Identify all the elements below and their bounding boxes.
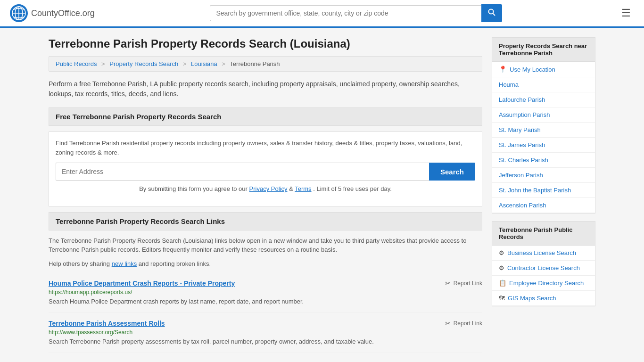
site-logo-icon bbox=[9, 4, 28, 23]
gear-icon-1: ⚙ bbox=[499, 249, 504, 256]
book-icon: 📋 bbox=[499, 280, 506, 287]
list-item: St. John the Baptist Parish bbox=[492, 183, 595, 198]
sidebar-nearby-list: 📍 Use My Location Houma Lafourche Parish… bbox=[492, 62, 595, 213]
list-item: Houma bbox=[492, 77, 595, 92]
sidebar-link-stcharles[interactable]: St. Charles Parish bbox=[492, 153, 595, 167]
form-disclaimer: By submitting this form you agree to our… bbox=[56, 184, 475, 194]
sidebar-link-ascension[interactable]: Ascension Parish bbox=[492, 198, 595, 213]
sidebar: Property Records Search near Terrebonne … bbox=[492, 37, 595, 362]
list-item: ⚙ Business License Search bbox=[492, 246, 595, 261]
sidebar-contractor-license-link[interactable]: ⚙ Contractor License Search bbox=[492, 261, 595, 275]
search-form-section: Find Terrebonne Parish residential prope… bbox=[49, 132, 482, 206]
search-icon bbox=[488, 8, 495, 16]
list-item: 📋 Employee Directory Search bbox=[492, 276, 595, 291]
address-input[interactable] bbox=[56, 163, 429, 181]
sidebar-link-stmary[interactable]: St. Mary Parish bbox=[492, 123, 595, 137]
list-item: ⚙ Contractor License Search bbox=[492, 261, 595, 276]
sidebar-gis-maps-link[interactable]: 🗺 GIS Maps Search bbox=[492, 291, 595, 305]
site-header: CountyOffice.org ☰ bbox=[0, 0, 644, 28]
page-description: Perform a free Terrebonne Parish, LA pub… bbox=[49, 79, 482, 99]
new-links-link[interactable]: new links bbox=[112, 260, 137, 267]
svg-line-6 bbox=[493, 14, 495, 16]
breadcrumb-property-records[interactable]: Property Records Search bbox=[109, 60, 178, 67]
search-form-description: Find Terrebonne Parish residential prope… bbox=[56, 139, 475, 157]
sidebar-link-houma[interactable]: Houma bbox=[492, 77, 595, 92]
list-item: Jefferson Parish bbox=[492, 168, 595, 183]
sidebar-link-lafourche[interactable]: Lafourche Parish bbox=[492, 92, 595, 107]
link-url-2: http://www.tpassessor.org/Search bbox=[49, 329, 482, 336]
address-search-button[interactable]: Search bbox=[429, 163, 475, 181]
sidebar-link-stjames[interactable]: St. James Parish bbox=[492, 138, 595, 152]
main-container: Terrebonne Parish Property Records Searc… bbox=[39, 28, 605, 362]
list-item: St. James Parish bbox=[492, 138, 595, 153]
address-search-row: Search bbox=[56, 163, 475, 181]
map-icon: 🗺 bbox=[499, 295, 505, 302]
use-my-location-link[interactable]: 📍 Use My Location bbox=[492, 62, 595, 77]
svg-point-5 bbox=[489, 9, 494, 14]
header-search-input[interactable] bbox=[210, 5, 481, 21]
list-item: St. Mary Parish bbox=[492, 123, 595, 138]
links-description-2: Help others by sharing new links and rep… bbox=[49, 259, 482, 269]
header-search-button[interactable] bbox=[481, 4, 502, 22]
list-item: 🗺 GIS Maps Search bbox=[492, 291, 595, 306]
sidebar-use-location: 📍 Use My Location bbox=[492, 62, 595, 77]
breadcrumb-current: Terrebonne Parish bbox=[230, 60, 280, 67]
sidebar-nearby-section: Property Records Search near Terrebonne … bbox=[492, 37, 595, 214]
link-title-2[interactable]: Terrebonne Parish Assessment Rolls bbox=[49, 320, 165, 327]
list-item: Ascension Parish bbox=[492, 198, 595, 213]
sidebar-nearby-header: Property Records Search near Terrebonne … bbox=[492, 38, 595, 62]
report-link-button-1[interactable]: ✂ Report Link bbox=[445, 280, 482, 287]
report-link-button-2[interactable]: ✂ Report Link bbox=[445, 320, 482, 327]
sidebar-public-records-list: ⚙ Business License Search ⚙ Contractor L… bbox=[492, 246, 595, 306]
link-desc-1: Search Houma Police Department crash rep… bbox=[49, 297, 482, 306]
link-item-2: Terrebonne Parish Assessment Rolls ✂ Rep… bbox=[49, 313, 482, 353]
breadcrumb: Public Records > Property Records Search… bbox=[49, 56, 482, 72]
logo-area: CountyOffice.org bbox=[9, 4, 95, 23]
links-description-1: The Terrebonne Parish Property Records S… bbox=[49, 236, 482, 255]
breadcrumb-public-records[interactable]: Public Records bbox=[56, 60, 97, 67]
header-search-area bbox=[210, 4, 502, 22]
list-item: St. Charles Parish bbox=[492, 153, 595, 168]
gear-icon-2: ⚙ bbox=[499, 264, 504, 272]
breadcrumb-louisiana[interactable]: Louisiana bbox=[191, 60, 217, 67]
logo-text: CountyOffice.org bbox=[31, 8, 95, 18]
sidebar-link-stjohn[interactable]: St. John the Baptist Parish bbox=[492, 183, 595, 197]
sidebar-employee-directory-link[interactable]: 📋 Employee Directory Search bbox=[492, 276, 595, 290]
link-url-1: https://houmapp.policereports.us/ bbox=[49, 289, 482, 296]
link-desc-2: Search Terrebonne Parish property assess… bbox=[49, 337, 482, 346]
privacy-policy-link[interactable]: Privacy Policy bbox=[249, 185, 288, 192]
links-section-header: Terrebonne Parish Property Records Searc… bbox=[49, 212, 482, 230]
report-icon-1: ✂ bbox=[445, 280, 451, 287]
report-icon-2: ✂ bbox=[445, 320, 451, 327]
terms-link[interactable]: Terms bbox=[295, 185, 311, 192]
sidebar-link-assumption[interactable]: Assumption Parish bbox=[492, 107, 595, 122]
link-title-1[interactable]: Houma Police Department Crash Reports - … bbox=[49, 280, 235, 287]
sidebar-public-records-header: Terrebonne Parish Public Records bbox=[492, 222, 595, 246]
links-section: The Terrebonne Parish Property Records S… bbox=[49, 236, 482, 354]
content-area: Terrebonne Parish Property Records Searc… bbox=[49, 37, 482, 362]
link-item-1: Houma Police Department Crash Reports - … bbox=[49, 273, 482, 313]
sidebar-business-license-link[interactable]: ⚙ Business License Search bbox=[492, 246, 595, 260]
sidebar-link-jefferson[interactable]: Jefferson Parish bbox=[492, 168, 595, 182]
list-item: Lafourche Parish bbox=[492, 92, 595, 107]
sidebar-public-records-section: Terrebonne Parish Public Records ⚙ Busin… bbox=[492, 221, 595, 306]
hamburger-menu-button[interactable]: ☰ bbox=[618, 5, 635, 21]
free-search-header: Free Terrebonne Parish Property Records … bbox=[49, 107, 482, 126]
page-title: Terrebonne Parish Property Records Searc… bbox=[49, 37, 482, 50]
list-item: Assumption Parish bbox=[492, 107, 595, 123]
location-pin-icon: 📍 bbox=[499, 66, 507, 73]
